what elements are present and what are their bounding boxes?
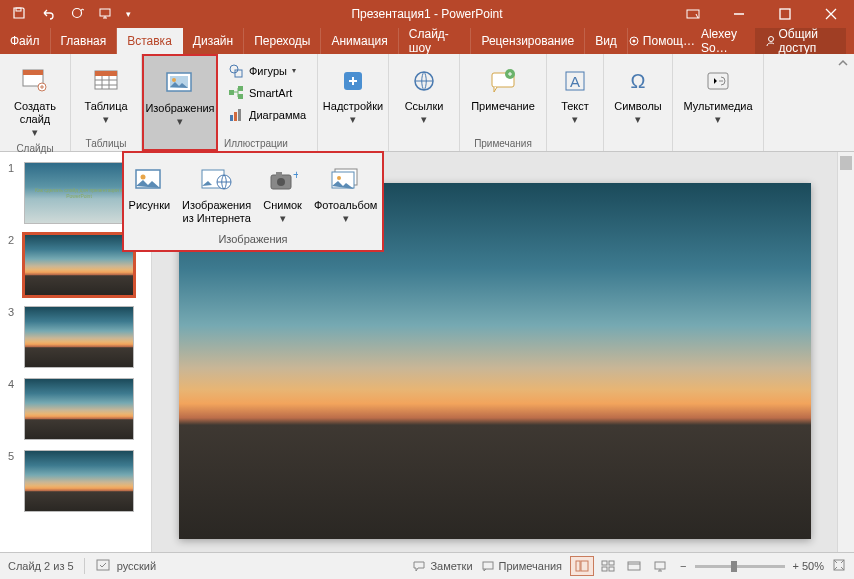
vertical-scrollbar[interactable] [837, 152, 854, 552]
svg-point-6 [632, 40, 635, 43]
thumbnail-1[interactable]: Как сделать слайд для презентации в Powe… [24, 162, 134, 224]
language-label[interactable]: русский [117, 560, 156, 572]
view-slideshow-icon[interactable] [648, 556, 672, 576]
undo-icon[interactable] [40, 6, 56, 22]
spellcheck-icon[interactable] [95, 558, 111, 574]
status-bar: Слайд 2 из 5 русский Заметки Примечания … [0, 552, 854, 579]
comment-button[interactable]: Примечание [466, 58, 540, 115]
qat-more-icon[interactable]: ▾ [126, 9, 131, 19]
tab-review[interactable]: Рецензирование [471, 28, 585, 54]
picture-icon [133, 166, 165, 194]
share-icon [765, 35, 774, 47]
new-slide-icon [20, 67, 50, 95]
group-media: Мультимедиа▾ x [673, 54, 764, 151]
tab-slideshow[interactable]: Слайд-шоу [399, 28, 472, 54]
smartart-button[interactable]: SmartArt [224, 82, 311, 104]
zoom-slider[interactable] [695, 565, 785, 568]
addins-button[interactable]: Надстройки▾ [324, 58, 382, 128]
view-reading-icon[interactable] [622, 556, 646, 576]
svg-rect-22 [234, 112, 237, 121]
svg-rect-4 [780, 9, 790, 19]
symbols-button[interactable]: Ω Символы▾ [610, 58, 666, 128]
dropdown-group-label: Изображения [218, 229, 287, 248]
thumbnail-4[interactable] [24, 378, 134, 440]
zoom-out-icon[interactable]: − [680, 560, 686, 572]
svg-rect-44 [483, 562, 493, 569]
view-sorter-icon[interactable] [596, 556, 620, 576]
svg-rect-23 [238, 109, 241, 121]
new-slide-button[interactable]: Создать слайд▾ [6, 58, 64, 141]
ribbon-tabs: Файл Главная Вставка Дизайн Переходы Ани… [0, 28, 854, 54]
user-name[interactable]: Alexey So… [701, 27, 749, 55]
tab-view[interactable]: Вид [585, 28, 628, 54]
svg-rect-48 [609, 561, 614, 565]
svg-point-42 [337, 176, 341, 180]
group-symbols: Ω Символы▾ x [604, 54, 673, 151]
view-normal-icon[interactable] [570, 556, 594, 576]
images-dropdown: Рисунки Изображения из Интернета + Снимо… [122, 151, 384, 252]
fit-to-window-icon[interactable] [832, 558, 846, 574]
tab-animation[interactable]: Анимация [321, 28, 398, 54]
svg-rect-37 [276, 172, 282, 176]
album-icon [329, 166, 363, 194]
svg-rect-20 [238, 94, 243, 99]
maximize-button[interactable] [762, 0, 808, 28]
photo-album-button[interactable]: Фотоальбом▾ [310, 159, 382, 229]
close-button[interactable] [808, 0, 854, 28]
svg-point-15 [172, 78, 176, 82]
tab-design[interactable]: Дизайн [183, 28, 244, 54]
slideshow-icon[interactable] [98, 6, 112, 22]
svg-rect-18 [229, 90, 234, 95]
pictures-button[interactable]: Рисунки [125, 159, 175, 229]
online-pictures-button[interactable]: Изображения из Интернета [178, 159, 255, 229]
svg-rect-17 [235, 70, 242, 77]
comment-icon [488, 68, 518, 94]
zoom-level[interactable]: + 50% [793, 560, 825, 572]
save-icon[interactable] [12, 6, 26, 22]
ribbon-options-icon[interactable] [670, 0, 716, 28]
chart-icon [228, 107, 244, 123]
svg-point-1 [73, 9, 82, 18]
media-button[interactable]: Мультимедиа▾ [679, 58, 757, 128]
comments-button[interactable]: Примечания [481, 560, 563, 572]
svg-rect-9 [23, 70, 43, 75]
thumbnail-2[interactable] [24, 234, 134, 296]
group-images-highlighted: Изображения▾ x [142, 54, 218, 151]
group-slides: Создать слайд▾ Слайды [0, 54, 71, 151]
chart-button[interactable]: Диаграмма [224, 104, 311, 126]
redo-icon[interactable] [70, 6, 84, 22]
svg-point-38 [277, 178, 285, 186]
help-icon[interactable]: Помощ… [628, 34, 695, 48]
thumbnail-5[interactable] [24, 450, 134, 512]
group-tables: Таблица▾ Таблицы [71, 54, 142, 151]
group-illustrations: Фигуры ▾ SmartArt Диаграмма Иллюстрации [218, 54, 318, 151]
svg-rect-19 [238, 86, 243, 91]
tab-home[interactable]: Главная [51, 28, 118, 54]
tab-insert[interactable]: Вставка [117, 28, 183, 54]
tab-transitions[interactable]: Переходы [244, 28, 321, 54]
text-button[interactable]: A Текст▾ [553, 58, 597, 128]
table-button[interactable]: Таблица▾ [77, 58, 135, 128]
svg-rect-45 [576, 561, 580, 571]
links-button[interactable]: Ссылки▾ [395, 58, 453, 128]
shapes-button[interactable]: Фигуры ▾ [224, 60, 311, 82]
notes-button[interactable]: Заметки [412, 560, 472, 572]
shapes-icon [228, 63, 244, 79]
svg-rect-2 [100, 9, 110, 16]
share-button[interactable]: Общий доступ [755, 24, 846, 58]
images-button[interactable]: Изображения▾ [151, 60, 209, 130]
images-icon [164, 69, 196, 97]
group-comments: Примечание Примечания [460, 54, 547, 151]
online-pictures-icon [200, 166, 234, 194]
smartart-icon [228, 85, 244, 101]
ribbon-collapse-icon[interactable] [836, 56, 850, 72]
svg-rect-12 [95, 71, 117, 76]
svg-rect-43 [97, 560, 109, 570]
svg-rect-51 [628, 562, 640, 570]
tab-file[interactable]: Файл [0, 28, 51, 54]
slide-counter[interactable]: Слайд 2 из 5 [8, 560, 74, 572]
svg-point-16 [230, 65, 238, 73]
thumbnail-3[interactable] [24, 306, 134, 368]
minimize-button[interactable] [716, 0, 762, 28]
screenshot-button[interactable]: + Снимок▾ [259, 159, 306, 229]
